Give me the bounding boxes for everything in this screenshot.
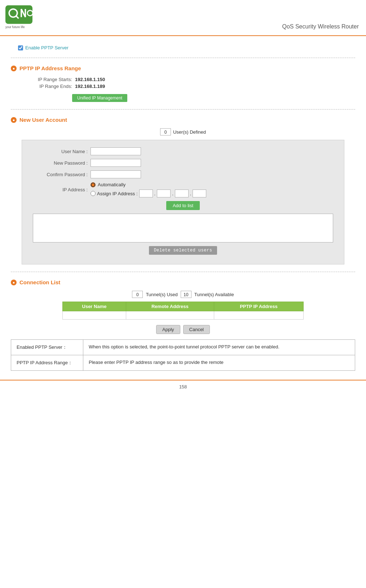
ip-options: Automatically Assign IP Address : . . .: [91, 182, 206, 197]
users-defined-row: 0 User(s) Defined: [11, 128, 355, 135]
connection-list-icon: ●: [11, 280, 17, 285]
action-buttons: Apply Cancel: [11, 325, 355, 334]
new-user-title: New User Account: [19, 117, 67, 123]
new-password-row: New Password :: [33, 159, 333, 167]
connection-table: User Name Remote Address PPTP IP Address: [62, 302, 304, 320]
page-header: your future life QoS Security Wireless R…: [0, 0, 366, 36]
table-row: [63, 311, 304, 320]
connection-list-title: Connection List: [19, 279, 60, 285]
col-pptp-ip: PPTP IP Address: [214, 302, 304, 311]
automatically-radio[interactable]: [91, 182, 96, 187]
tunnels-used-label: Tunnel(s) Used: [146, 292, 177, 297]
new-password-input[interactable]: [91, 159, 141, 167]
confirm-password-label: Confirm Password :: [33, 172, 91, 177]
page-number: 158: [179, 384, 187, 389]
delete-btn-row: Delete selected users: [33, 246, 333, 255]
page-footer: 158: [0, 380, 366, 393]
ip-segment-4[interactable]: [193, 190, 206, 197]
ip-address-label: IP Address :: [33, 187, 91, 192]
cancel-button[interactable]: Cancel: [183, 325, 210, 334]
user-form: User Name : New Password : Confirm Passw…: [22, 140, 344, 264]
ip-start-row: IP Range Starts: 192.168.1.150: [25, 77, 355, 82]
info-term-1: Enabled PPTP Server：: [11, 340, 83, 355]
confirm-password-input[interactable]: [91, 170, 141, 178]
username-label: User Name :: [33, 149, 91, 154]
ip-start-value: 192.168.1.150: [75, 77, 105, 82]
enable-pptp-row: Enable PPTP Server: [18, 45, 355, 50]
divider-3: [11, 272, 355, 272]
enable-pptp-label: Enable PPTP Server: [25, 45, 69, 50]
assign-ip-label: Assign IP Address :: [97, 191, 138, 196]
ip-segment-2[interactable]: [157, 190, 171, 197]
username-row: User Name :: [33, 147, 333, 155]
info-table: Enabled PPTP Server： When this option is…: [11, 339, 355, 371]
pptp-ip-range-title: PPTP IP Address Range: [19, 65, 81, 71]
info-desc-1: When this option is selected, the point-…: [83, 340, 355, 355]
ip-end-value: 192.168.1.189: [75, 84, 105, 89]
ip-segment-1[interactable]: [139, 190, 153, 197]
unified-ip-btn[interactable]: Unified IP Management: [72, 94, 127, 102]
add-to-list-btn[interactable]: Add to list: [166, 201, 200, 210]
info-row-1: Enabled PPTP Server： When this option is…: [11, 340, 355, 355]
ip-segment-3[interactable]: [175, 190, 189, 197]
tunnels-available-label: Tunnel(s) Available: [194, 292, 234, 297]
tunnels-available-count: 10: [181, 291, 191, 298]
pptp-ip-range-icon: ●: [11, 66, 17, 71]
ip-range-section: IP Range Starts: 192.168.1.150 IP Range …: [25, 77, 355, 102]
info-term-2: PPTP IP Address Range：: [11, 355, 83, 371]
col-username: User Name: [63, 302, 126, 311]
ip-start-label: IP Range Starts:: [25, 77, 72, 82]
svg-text:your future life: your future life: [5, 25, 25, 29]
user-list-area: [33, 214, 333, 242]
main-content: Enable PPTP Server ● PPTP IP Address Ran…: [0, 36, 366, 376]
username-input[interactable]: [91, 147, 141, 155]
info-row-2: PPTP IP Address Range： Please enter PPTP…: [11, 355, 355, 371]
new-user-icon: ●: [11, 117, 17, 123]
page-title: QoS Security Wireless Router: [282, 23, 359, 32]
logo: your future life: [4, 4, 36, 32]
assign-ip-row: Assign IP Address : . . .: [91, 190, 206, 197]
tunnels-row: 0 Tunnel(s) Used 10 Tunnel(s) Available: [11, 291, 355, 298]
users-defined-label: User(s) Defined: [173, 129, 206, 135]
automatically-row: Automatically: [91, 182, 206, 187]
divider-2: [11, 109, 355, 110]
new-user-header: ● New User Account: [11, 117, 355, 123]
ip-address-row: IP Address : Automatically Assign IP Add…: [33, 182, 333, 197]
tunnels-used-count: 0: [132, 291, 143, 298]
divider-1: [11, 58, 355, 58]
users-count: 0: [160, 128, 171, 135]
new-user-section: 0 User(s) Defined User Name : New Passwo…: [11, 128, 355, 264]
new-password-label: New Password :: [33, 160, 91, 166]
confirm-password-row: Confirm Password :: [33, 170, 333, 178]
assign-ip-radio[interactable]: [91, 191, 96, 196]
connection-list-header: ● Connection List: [11, 279, 355, 285]
ip-end-label: IP Range Ends:: [25, 84, 72, 89]
automatically-label: Automatically: [98, 182, 125, 187]
add-btn-row: Add to list: [33, 201, 333, 210]
delete-selected-btn[interactable]: Delete selected users: [149, 246, 217, 255]
ip-end-row: IP Range Ends: 192.168.1.189: [25, 84, 355, 89]
apply-button[interactable]: Apply: [156, 325, 180, 334]
info-desc-2: Please enter PPTP IP address range so as…: [83, 355, 355, 371]
pptp-ip-range-header: ● PPTP IP Address Range: [11, 65, 355, 71]
table-header-row: User Name Remote Address PPTP IP Address: [63, 302, 304, 311]
enable-pptp-checkbox[interactable]: [18, 45, 23, 50]
col-remote-address: Remote Address: [126, 302, 214, 311]
